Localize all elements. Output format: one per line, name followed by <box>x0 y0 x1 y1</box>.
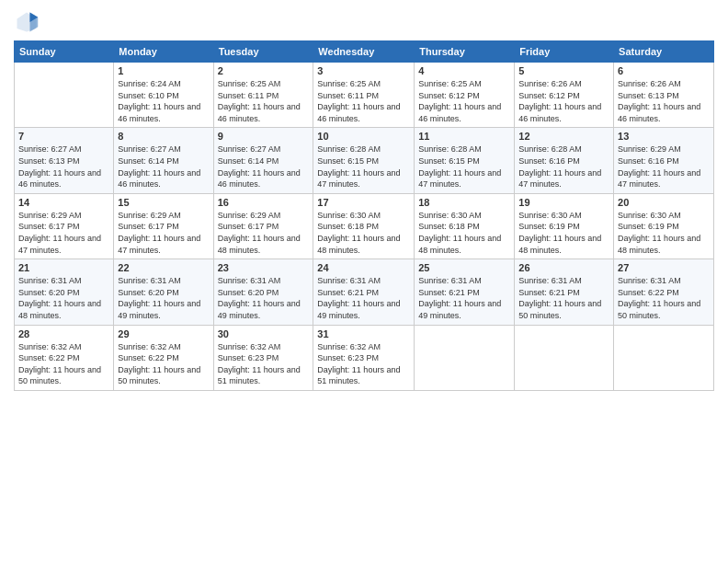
calendar-cell: 6Sunrise: 6:26 AMSunset: 6:13 PMDaylight… <box>614 63 714 128</box>
day-detail: Sunrise: 6:29 AMSunset: 6:16 PMDaylight:… <box>618 144 710 190</box>
day-detail: Sunrise: 6:26 AMSunset: 6:13 PMDaylight:… <box>618 78 710 124</box>
day-number: 5 <box>518 65 609 76</box>
calendar-cell: 9Sunrise: 6:27 AMSunset: 6:14 PMDaylight… <box>213 128 313 193</box>
weekday-friday: Friday <box>515 41 614 63</box>
weekday-monday: Monday <box>114 41 213 63</box>
day-number: 30 <box>218 328 310 339</box>
calendar-cell <box>515 325 614 390</box>
day-number: 2 <box>218 65 310 76</box>
week-row-4: 28Sunrise: 6:32 AMSunset: 6:22 PMDayligh… <box>15 325 714 390</box>
calendar-cell: 21Sunrise: 6:31 AMSunset: 6:20 PMDayligh… <box>15 259 114 325</box>
calendar-cell: 11Sunrise: 6:28 AMSunset: 6:15 PMDayligh… <box>415 128 515 193</box>
day-detail: Sunrise: 6:25 AMSunset: 6:11 PMDaylight:… <box>218 78 310 124</box>
week-row-1: 7Sunrise: 6:27 AMSunset: 6:13 PMDaylight… <box>15 128 714 193</box>
day-detail: Sunrise: 6:25 AMSunset: 6:12 PMDaylight:… <box>418 78 510 124</box>
day-number: 28 <box>18 328 109 339</box>
day-number: 16 <box>218 197 310 208</box>
calendar-cell: 27Sunrise: 6:31 AMSunset: 6:22 PMDayligh… <box>614 259 714 325</box>
day-number: 31 <box>317 328 410 339</box>
day-number: 25 <box>418 262 510 273</box>
day-detail: Sunrise: 6:27 AMSunset: 6:13 PMDaylight:… <box>18 144 109 190</box>
day-number: 1 <box>118 65 209 76</box>
day-detail: Sunrise: 6:28 AMSunset: 6:15 PMDaylight:… <box>317 144 410 190</box>
day-detail: Sunrise: 6:30 AMSunset: 6:18 PMDaylight:… <box>418 210 510 256</box>
calendar-cell: 28Sunrise: 6:32 AMSunset: 6:22 PMDayligh… <box>15 325 114 390</box>
day-number: 22 <box>118 262 209 273</box>
calendar-cell: 8Sunrise: 6:27 AMSunset: 6:14 PMDaylight… <box>114 128 213 193</box>
day-detail: Sunrise: 6:24 AMSunset: 6:10 PMDaylight:… <box>118 78 209 124</box>
calendar-cell: 3Sunrise: 6:25 AMSunset: 6:11 PMDaylight… <box>313 63 415 128</box>
day-detail: Sunrise: 6:30 AMSunset: 6:18 PMDaylight:… <box>317 210 410 256</box>
day-number: 20 <box>618 197 710 208</box>
calendar-cell <box>15 63 114 128</box>
day-number: 7 <box>18 131 109 142</box>
week-row-3: 21Sunrise: 6:31 AMSunset: 6:20 PMDayligh… <box>15 259 714 325</box>
day-number: 4 <box>418 65 510 76</box>
day-number: 12 <box>518 131 609 142</box>
day-number: 24 <box>317 262 410 273</box>
day-detail: Sunrise: 6:29 AMSunset: 6:17 PMDaylight:… <box>118 210 209 256</box>
day-number: 6 <box>618 65 710 76</box>
day-detail: Sunrise: 6:32 AMSunset: 6:22 PMDaylight:… <box>18 341 109 387</box>
weekday-saturday: Saturday <box>614 41 714 63</box>
day-number: 8 <box>118 131 209 142</box>
calendar-cell <box>415 325 515 390</box>
day-number: 18 <box>418 197 510 208</box>
day-number: 14 <box>18 197 109 208</box>
day-number: 13 <box>618 131 710 142</box>
header <box>14 9 714 35</box>
day-number: 10 <box>317 131 410 142</box>
day-detail: Sunrise: 6:31 AMSunset: 6:21 PMDaylight:… <box>317 275 410 321</box>
day-number: 19 <box>518 197 609 208</box>
day-number: 11 <box>418 131 510 142</box>
calendar-cell: 17Sunrise: 6:30 AMSunset: 6:18 PMDayligh… <box>313 193 415 259</box>
calendar-cell: 16Sunrise: 6:29 AMSunset: 6:17 PMDayligh… <box>213 193 313 259</box>
weekday-wednesday: Wednesday <box>313 41 415 63</box>
weekday-tuesday: Tuesday <box>213 41 313 63</box>
day-detail: Sunrise: 6:32 AMSunset: 6:22 PMDaylight:… <box>118 341 209 387</box>
week-row-2: 14Sunrise: 6:29 AMSunset: 6:17 PMDayligh… <box>15 193 714 259</box>
day-detail: Sunrise: 6:31 AMSunset: 6:20 PMDaylight:… <box>218 275 310 321</box>
day-detail: Sunrise: 6:31 AMSunset: 6:21 PMDaylight:… <box>418 275 510 321</box>
weekday-header-row: SundayMondayTuesdayWednesdayThursdayFrid… <box>15 41 714 63</box>
day-number: 3 <box>317 65 410 76</box>
day-detail: Sunrise: 6:31 AMSunset: 6:20 PMDaylight:… <box>118 275 209 321</box>
calendar-cell: 14Sunrise: 6:29 AMSunset: 6:17 PMDayligh… <box>15 193 114 259</box>
calendar-cell: 7Sunrise: 6:27 AMSunset: 6:13 PMDaylight… <box>15 128 114 193</box>
calendar-cell: 22Sunrise: 6:31 AMSunset: 6:20 PMDayligh… <box>114 259 213 325</box>
logo-icon <box>14 9 40 35</box>
day-detail: Sunrise: 6:32 AMSunset: 6:23 PMDaylight:… <box>317 341 410 387</box>
calendar-cell: 26Sunrise: 6:31 AMSunset: 6:21 PMDayligh… <box>515 259 614 325</box>
day-number: 21 <box>18 262 109 273</box>
day-number: 26 <box>518 262 609 273</box>
day-detail: Sunrise: 6:26 AMSunset: 6:12 PMDaylight:… <box>518 78 609 124</box>
day-detail: Sunrise: 6:29 AMSunset: 6:17 PMDaylight:… <box>18 210 109 256</box>
calendar-cell: 19Sunrise: 6:30 AMSunset: 6:19 PMDayligh… <box>515 193 614 259</box>
calendar-cell: 31Sunrise: 6:32 AMSunset: 6:23 PMDayligh… <box>313 325 415 390</box>
day-detail: Sunrise: 6:32 AMSunset: 6:23 PMDaylight:… <box>218 341 310 387</box>
day-detail: Sunrise: 6:31 AMSunset: 6:22 PMDaylight:… <box>618 275 710 321</box>
day-detail: Sunrise: 6:28 AMSunset: 6:16 PMDaylight:… <box>518 144 609 190</box>
day-detail: Sunrise: 6:31 AMSunset: 6:20 PMDaylight:… <box>18 275 109 321</box>
calendar-cell: 5Sunrise: 6:26 AMSunset: 6:12 PMDaylight… <box>515 63 614 128</box>
weekday-thursday: Thursday <box>415 41 515 63</box>
day-number: 17 <box>317 197 410 208</box>
calendar-cell: 12Sunrise: 6:28 AMSunset: 6:16 PMDayligh… <box>515 128 614 193</box>
calendar-cell: 23Sunrise: 6:31 AMSunset: 6:20 PMDayligh… <box>213 259 313 325</box>
day-detail: Sunrise: 6:29 AMSunset: 6:17 PMDaylight:… <box>218 210 310 256</box>
day-number: 29 <box>118 328 209 339</box>
calendar-cell: 24Sunrise: 6:31 AMSunset: 6:21 PMDayligh… <box>313 259 415 325</box>
calendar-cell: 2Sunrise: 6:25 AMSunset: 6:11 PMDaylight… <box>213 63 313 128</box>
calendar-cell: 18Sunrise: 6:30 AMSunset: 6:18 PMDayligh… <box>415 193 515 259</box>
calendar-cell: 29Sunrise: 6:32 AMSunset: 6:22 PMDayligh… <box>114 325 213 390</box>
day-number: 27 <box>618 262 710 273</box>
day-number: 15 <box>118 197 209 208</box>
calendar-cell: 15Sunrise: 6:29 AMSunset: 6:17 PMDayligh… <box>114 193 213 259</box>
calendar-cell <box>614 325 714 390</box>
calendar-cell: 25Sunrise: 6:31 AMSunset: 6:21 PMDayligh… <box>415 259 515 325</box>
logo <box>14 9 43 35</box>
week-row-0: 1Sunrise: 6:24 AMSunset: 6:10 PMDaylight… <box>15 63 714 128</box>
calendar-cell: 1Sunrise: 6:24 AMSunset: 6:10 PMDaylight… <box>114 63 213 128</box>
day-detail: Sunrise: 6:30 AMSunset: 6:19 PMDaylight:… <box>618 210 710 256</box>
calendar-cell: 20Sunrise: 6:30 AMSunset: 6:19 PMDayligh… <box>614 193 714 259</box>
